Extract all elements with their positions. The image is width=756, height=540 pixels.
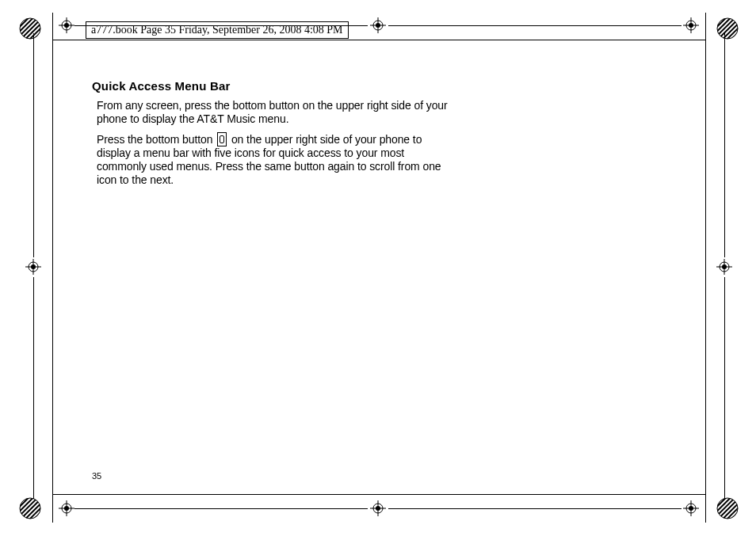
paragraph-2a: Press the bottom button <box>97 133 216 146</box>
page-content: Quick Access Menu Bar From any screen, p… <box>92 79 449 193</box>
svg-point-5 <box>20 498 40 519</box>
crosshair-mark-icon <box>370 17 386 33</box>
paragraph-1: From any screen, press the bottom button… <box>97 99 449 126</box>
crop-line <box>33 33 34 257</box>
crop-line <box>724 33 725 257</box>
frame-line <box>52 40 705 40</box>
crop-line <box>388 508 682 509</box>
registration-mark-icon <box>19 17 41 40</box>
crosshair-mark-icon <box>716 259 732 275</box>
registration-mark-icon <box>716 497 739 519</box>
crosshair-mark-icon <box>25 259 41 275</box>
crop-line <box>724 277 725 499</box>
svg-point-3 <box>717 18 738 39</box>
page-number: 35 <box>92 471 101 481</box>
paragraph-2: Press the bottom button on the upper rig… <box>97 132 449 187</box>
registration-mark-icon <box>19 497 41 519</box>
frame-line <box>705 13 706 523</box>
print-header-text: a777.book Page 35 Friday, September 26, … <box>91 24 343 36</box>
crop-line <box>74 508 368 509</box>
crosshair-mark-icon <box>683 17 699 33</box>
crosshair-mark-icon <box>683 500 699 516</box>
crosshair-mark-icon <box>59 17 74 33</box>
print-header: a777.book Page 35 Friday, September 26, … <box>86 21 349 39</box>
frame-line <box>52 494 705 495</box>
phone-button-icon <box>217 132 227 146</box>
frame-line <box>52 13 53 523</box>
crop-line <box>33 277 34 499</box>
section-heading: Quick Access Menu Bar <box>92 79 449 93</box>
crop-line <box>388 25 682 26</box>
crosshair-mark-icon <box>370 500 386 516</box>
registration-mark-icon <box>716 17 739 40</box>
document-page: a777.book Page 35 Friday, September 26, … <box>0 0 756 540</box>
crosshair-mark-icon <box>59 500 74 516</box>
svg-point-1 <box>20 18 40 39</box>
svg-point-7 <box>717 498 738 519</box>
